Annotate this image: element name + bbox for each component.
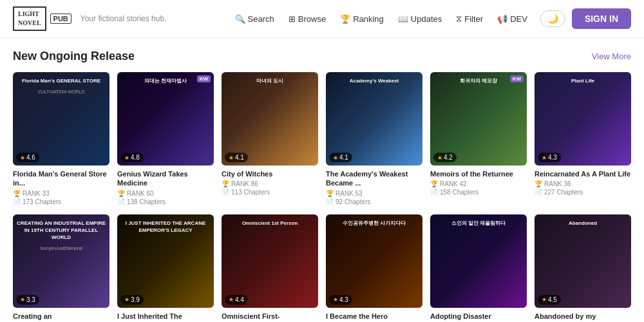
card-rank: 🏆RANK 33 [13, 190, 109, 197]
card-item[interactable]: Academy's Weakest★4.1The Academy's Weake… [326, 72, 422, 205]
card-item[interactable]: Abandoned★4.5Abandoned by my [535, 214, 631, 322]
updates-icon: 📖 [398, 14, 408, 24]
logo[interactable]: LIGHT NOVEL PUB [13, 6, 71, 31]
card-rank: 🏆RANK 60 [117, 190, 214, 197]
card-rank: 🏆RANK 86 [222, 180, 318, 187]
cover-sub-text: CULTIVATION WORLD [13, 90, 109, 94]
logo-icon: LIGHT NOVEL [13, 6, 46, 31]
card-cover: Plant Life★4.3 [535, 72, 631, 166]
card-title: The Academy's Weakest Became ... [326, 169, 422, 188]
cover-text: Omniscient 1st Person [222, 214, 318, 232]
card-cover: Academy's Weakest★4.1 [326, 72, 422, 166]
nav-updates[interactable]: 📖 Updates [392, 10, 448, 28]
nav-browse-label: Browse [298, 14, 326, 24]
cover-sub-text: SorryImJustDiamond [13, 246, 109, 251]
nav: 🔍 Search ⊞ Browse 🏆 Ranking 📖 Updates ⧖ … [229, 10, 534, 28]
card-title: Memoirs of the Returnee [430, 169, 527, 178]
card-chapters: 📄113 Chapters [222, 189, 318, 196]
card-item[interactable]: I JUST INHERITED THE ARCANE EMPEROR'S LE… [117, 214, 214, 322]
nav-ranking-label: Ranking [353, 14, 384, 24]
cards-row-2: CREATING AN INDUSTRIAL EMPIRE IN 19TH CE… [13, 214, 631, 322]
card-title: Adopting Disaster [430, 312, 527, 321]
card-rank: 🏆RANK 42 [430, 180, 527, 187]
card-rank: 🏆RANK 53 [326, 190, 422, 197]
card-item[interactable]: Omniscient 1st Person★4.4Omniscient Firs… [222, 214, 318, 322]
card-rating: ★4.6 [16, 153, 39, 162]
card-chapters: 📄227 Chapters [535, 189, 631, 196]
card-cover: 소인의 일안 재을림하다 [430, 214, 527, 308]
card-cover: 수인공유주병한 사가지다다★4.3 [326, 214, 422, 308]
card-item[interactable]: 수인공유주병한 사가지다다★4.3I Became the Hero [326, 214, 422, 322]
card-item[interactable]: 의대는 천재마법사KW★4.8Genius Wizard Takes Medic… [117, 72, 214, 205]
filter-icon: ⧖ [456, 14, 462, 24]
tagline: Your fictional stories hub. [80, 14, 167, 23]
card-item[interactable]: 소인의 일안 재을림하다Adopting Disaster [430, 214, 527, 322]
card-rating: ★4.4 [225, 295, 248, 305]
card-badge: KW [510, 75, 524, 82]
cover-text: Abandoned [535, 214, 631, 232]
card-title: Omniscient First- [222, 312, 318, 321]
logo-sub: PUB [50, 14, 71, 24]
card-rating: ★4.5 [538, 295, 561, 305]
sign-in-button[interactable]: SIGN IN [572, 8, 631, 29]
card-item[interactable]: 마녀의 도시★4.1City of Witches🏆RANK 86📄113 Ch… [222, 72, 318, 205]
card-cover: 마녀의 도시★4.1 [222, 72, 318, 166]
card-chapters: 📄173 Chapters [13, 198, 109, 205]
card-rating: ★4.1 [225, 153, 248, 162]
card-rating: ★4.3 [329, 295, 352, 305]
nav-updates-label: Updates [411, 14, 442, 24]
nav-browse[interactable]: ⊞ Browse [282, 10, 332, 28]
nav-search[interactable]: 🔍 Search [229, 10, 281, 28]
card-cover: Florida Man's GENERAL STORECULTIVATION W… [13, 72, 109, 166]
card-cover: Abandoned★4.5 [535, 214, 631, 308]
main-content: New Ongoing Release View More Florida Ma… [0, 38, 644, 322]
view-more-link[interactable]: View More [592, 52, 631, 61]
card-title: Abandoned by my [535, 312, 631, 321]
card-cover: 회귀자의 메모장KW★4.2 [430, 72, 527, 166]
section-header: New Ongoing Release View More [13, 50, 631, 63]
search-icon: 🔍 [235, 14, 245, 24]
card-title: I Became the Hero [326, 312, 422, 321]
section-title: New Ongoing Release [13, 50, 135, 63]
card-rank: 🏆RANK 36 [535, 180, 631, 187]
card-item[interactable]: 회귀자의 메모장KW★4.2Memoirs of the Returnee🏆RA… [430, 72, 527, 205]
cover-text: CREATING AN INDUSTRIAL EMPIRE IN 19TH CE… [13, 214, 109, 247]
card-chapters: 📄138 Chapters [117, 198, 214, 205]
card-chapters: 📄158 Chapters [430, 189, 527, 196]
card-title: City of Witches [222, 169, 318, 178]
theme-toggle[interactable]: 🌙 [540, 10, 565, 27]
nav-dev[interactable]: 📢 DEV [491, 10, 534, 28]
cover-text: Plant Life [535, 72, 631, 90]
card-rating: ★4.3 [538, 153, 561, 162]
card-cover: CREATING AN INDUSTRIAL EMPIRE IN 19TH CE… [13, 214, 109, 308]
cover-text: I JUST INHERITED THE ARCANE EMPEROR'S LE… [117, 214, 214, 239]
card-title: Florida Man's General Store in... [13, 169, 109, 188]
card-cover: Omniscient 1st Person★4.4 [222, 214, 318, 308]
cards-row-1: Florida Man's GENERAL STORECULTIVATION W… [13, 72, 631, 205]
dev-icon: 📢 [497, 14, 507, 24]
card-badge: KW [197, 75, 211, 82]
cover-text: Academy's Weakest [326, 72, 422, 90]
cover-text: 마녀의 도시 [222, 72, 318, 90]
cover-text: 소인의 일안 재을림하다 [430, 214, 527, 232]
nav-search-label: Search [248, 14, 274, 24]
nav-ranking[interactable]: 🏆 Ranking [334, 10, 390, 28]
cover-text: Florida Man's GENERAL STORE [13, 72, 109, 90]
browse-icon: ⊞ [289, 14, 296, 24]
nav-filter-label: Filter [464, 14, 483, 24]
card-item[interactable]: Plant Life★4.3Reincarnated As A Plant Li… [535, 72, 631, 205]
card-item[interactable]: Florida Man's GENERAL STORECULTIVATION W… [13, 72, 109, 205]
card-item[interactable]: CREATING AN INDUSTRIAL EMPIRE IN 19TH CE… [13, 214, 109, 322]
card-rating: ★4.1 [329, 153, 352, 162]
card-title: Reincarnated As A Plant Life [535, 169, 631, 178]
card-title: Creating an [13, 312, 109, 321]
card-title: Genius Wizard Takes Medicine [117, 169, 214, 188]
header: LIGHT NOVEL PUB Your fictional stories h… [0, 0, 644, 38]
nav-filter[interactable]: ⧖ Filter [450, 10, 489, 28]
card-rating: ★3.3 [16, 295, 39, 305]
card-cover: 의대는 천재마법사KW★4.8 [117, 72, 214, 166]
card-rating: ★4.8 [120, 153, 144, 162]
cover-text: 수인공유주병한 사가지다다 [326, 214, 422, 232]
card-title: I Just Inherited The [117, 312, 214, 321]
card-cover: I JUST INHERITED THE ARCANE EMPEROR'S LE… [117, 214, 214, 308]
